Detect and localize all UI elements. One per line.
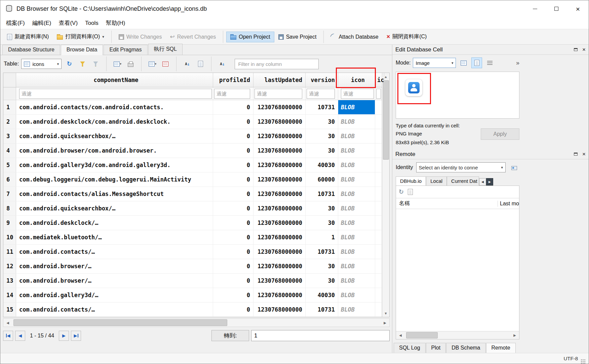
write-changes-button[interactable]: Write Changes	[115, 32, 166, 42]
identity-cert-button[interactable]	[509, 162, 519, 173]
menu-edit[interactable]: 編輯(E)	[29, 17, 55, 29]
cell-profile-id[interactable]: 0	[213, 187, 253, 201]
cell-profile-id[interactable]: 0	[213, 216, 253, 230]
cell-version[interactable]: 10731	[306, 245, 338, 259]
cell-version[interactable]: 40030	[306, 288, 338, 302]
cell-version[interactable]: 10731	[306, 302, 338, 317]
cell-last-updated[interactable]: 1230768000000	[253, 230, 306, 244]
cell-icon-blob[interactable]: BLOB	[338, 216, 375, 230]
cell-partial[interactable]	[375, 302, 382, 317]
filter-input-profileId[interactable]	[214, 89, 250, 99]
cell-profile-id[interactable]: 0	[213, 245, 253, 259]
cell-component-name[interactable]: com.android.gallery3d/com.android.galler…	[16, 158, 213, 172]
cell-version[interactable]: 30	[306, 216, 338, 230]
minimize-button[interactable]	[524, 0, 546, 17]
apply-button[interactable]: Apply	[481, 128, 519, 140]
cell-icon-blob[interactable]: BLOB	[338, 187, 375, 201]
cell-last-updated[interactable]: 1230768000000	[253, 115, 306, 129]
remote-scrollbar-thumb[interactable]	[406, 332, 438, 338]
filter-input-partial[interactable]	[376, 89, 381, 99]
cell-last-updated[interactable]: 1230768000000	[253, 129, 306, 143]
cell-partial[interactable]	[375, 187, 382, 201]
filter-input-componentName[interactable]	[19, 89, 212, 99]
last-page-button[interactable]: ▶	[71, 331, 81, 341]
horizontal-scrollbar-track[interactable]	[12, 319, 381, 327]
scroll-right-icon[interactable]: ▶	[381, 319, 389, 327]
dock-tab-plot[interactable]: Plot	[426, 343, 446, 353]
column-header-version[interactable]: version	[306, 73, 338, 87]
cell-profile-id[interactable]: 0	[213, 172, 253, 187]
cell-version[interactable]: 30	[306, 274, 338, 288]
cell-icon-blob[interactable]: BLOB	[338, 172, 375, 187]
cell-profile-id[interactable]: 0	[213, 288, 253, 302]
open-project-button[interactable]: Open Project	[226, 32, 274, 42]
cell-icon-blob[interactable]: BLOB	[338, 274, 375, 288]
cell-profile-id[interactable]: 0	[213, 230, 253, 244]
sort-custom-button[interactable]: A↓	[217, 58, 228, 69]
cell-icon-blob[interactable]: BLOB	[338, 158, 375, 172]
scroll-right-icon[interactable]: ▶	[510, 331, 519, 339]
cell-last-updated[interactable]: 1230768000000	[253, 100, 306, 114]
cell-profile-id[interactable]: 0	[213, 115, 253, 129]
cell-partial[interactable]	[375, 230, 382, 244]
cell-icon-blob[interactable]: BLOB	[338, 302, 375, 317]
cell-last-updated[interactable]: 1230768000000	[253, 288, 306, 302]
cell-component-name[interactable]: com.android.browser/com.android.browser.	[16, 144, 213, 158]
cell-component-name[interactable]: com.android.deskclock/com.android.deskcl…	[16, 115, 213, 129]
cell-last-updated[interactable]: 1230768000000	[253, 245, 306, 259]
close-button[interactable]: ×	[567, 0, 589, 17]
tab-database-structure[interactable]: Database Structure	[2, 45, 60, 55]
list-column-name[interactable]: 名稱	[396, 200, 498, 207]
resize-grip[interactable]	[581, 359, 585, 364]
cell-version[interactable]: 30	[306, 144, 338, 158]
identity-select[interactable]: Select an identity to conne ▾	[416, 162, 506, 172]
cell-component-name[interactable]: com.android.gallery3d/…	[16, 288, 213, 302]
filter-input-icon[interactable]	[341, 89, 374, 99]
horizontal-scrollbar[interactable]: ◀ ▶	[3, 318, 390, 327]
save-filter-view-button[interactable]	[195, 58, 206, 69]
remote-tab-current-database[interactable]: Current Dat	[447, 176, 479, 186]
cell-version[interactable]: 40030	[306, 158, 338, 172]
cell-profile-id[interactable]: 0	[213, 259, 253, 273]
cell-icon-blob[interactable]: BLOB	[338, 288, 375, 302]
cell-version[interactable]: 60000	[306, 172, 338, 187]
toolbar-overflow-icon[interactable]: »	[516, 59, 519, 67]
previous-page-button[interactable]: ◀	[15, 331, 25, 341]
cell-profile-id[interactable]: 0	[213, 144, 253, 158]
cell-profile-id[interactable]: 0	[213, 129, 253, 143]
tab-scroll-left-icon[interactable]: ◀	[479, 178, 486, 186]
remote-tab-local[interactable]: Local	[426, 176, 447, 186]
cell-version[interactable]: 30	[306, 129, 338, 143]
tab-execute-sql[interactable]: 執行 SQL	[148, 44, 183, 55]
vertical-scrollbar[interactable]: ▲ ▼	[382, 73, 389, 317]
maximize-button[interactable]	[546, 0, 567, 17]
clone-database-icon[interactable]	[408, 189, 413, 195]
sort-asc-button[interactable]: A↓	[182, 58, 193, 69]
vertical-scrollbar-thumb[interactable]	[383, 80, 389, 160]
list-column-last-modified[interactable]: Last mo	[498, 201, 519, 207]
filter-input-version[interactable]	[307, 89, 335, 99]
open-database-button[interactable]: 打開資料庫(O) ▾	[53, 31, 108, 43]
cell-component-name[interactable]: com.android.browser/…	[16, 274, 213, 288]
cell-profile-id[interactable]: 0	[213, 201, 253, 215]
refresh-button[interactable]: ↻	[64, 58, 75, 69]
close-database-button[interactable]: × 關閉資料庫(C)	[383, 31, 431, 43]
cell-partial[interactable]	[375, 129, 382, 143]
text-view-toggle-button[interactable]	[471, 57, 482, 68]
cell-component-name[interactable]: com.android.quicksearchbox/…	[16, 129, 213, 143]
revert-changes-button[interactable]: ↩ Revert Changes	[166, 31, 220, 43]
global-filter-input[interactable]	[235, 59, 319, 69]
dock-tab-remote[interactable]: Remote	[486, 343, 516, 353]
new-database-button[interactable]: 新建資料庫(N)	[3, 31, 53, 43]
clear-filters-button[interactable]	[90, 58, 101, 69]
close-panel-icon[interactable]: ×	[582, 47, 586, 52]
cell-icon-blob[interactable]: BLOB	[338, 245, 375, 259]
cell-icon-blob-selected[interactable]: BLOB	[338, 100, 375, 114]
menu-tools[interactable]: Tools	[81, 18, 102, 28]
remote-horizontal-scrollbar[interactable]: ◀ ▶	[396, 331, 519, 339]
cell-profile-id[interactable]: 0	[213, 100, 253, 114]
cell-version[interactable]: 1	[306, 230, 338, 244]
goto-record-input[interactable]	[251, 330, 390, 341]
scroll-down-icon[interactable]: ▼	[382, 310, 389, 317]
cell-partial[interactable]	[375, 216, 382, 230]
